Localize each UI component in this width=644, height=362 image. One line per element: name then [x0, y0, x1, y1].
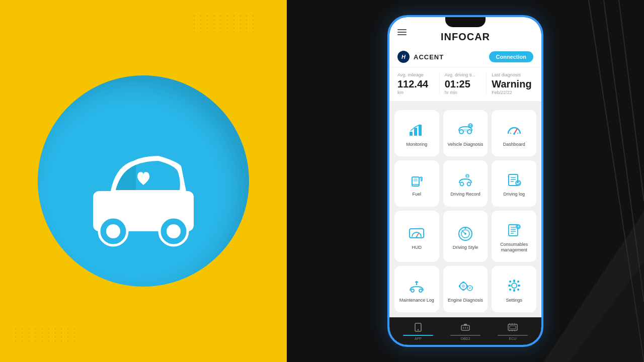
menu-item-driving-record[interactable]: Driving Record	[443, 160, 488, 207]
svg-point-45	[464, 227, 466, 229]
svg-rect-7	[139, 209, 148, 213]
driving-log-icon	[505, 170, 523, 189]
menu-item-hud[interactable]: HUD	[394, 211, 439, 262]
svg-point-4	[167, 224, 181, 238]
triangle-decoration	[543, 211, 644, 362]
dashboard-label: Dashboard	[503, 142, 525, 147]
vehicle-diagnosis-icon	[456, 121, 474, 139]
dot-pattern-bottom	[15, 328, 78, 342]
mileage-label: Avg. mileage	[397, 72, 439, 77]
last-diagnosis-value: Warning	[492, 78, 533, 89]
driving-log-label: Driving log	[503, 192, 525, 197]
svg-point-66	[512, 283, 517, 288]
svg-rect-62	[459, 285, 460, 287]
svg-line-25	[517, 133, 518, 134]
menu-item-engine-diagnosis[interactable]: Engine Diagnosis	[443, 266, 488, 312]
hamburger-menu-icon[interactable]	[397, 29, 407, 35]
dashboard-icon	[505, 121, 523, 139]
menu-item-vehicle-diagnosis[interactable]: Vehicle Diagnosis	[443, 110, 488, 156]
nav-item-app[interactable]: APP	[403, 323, 433, 340]
svg-rect-74	[517, 288, 520, 291]
app-title: INFOCAR	[441, 31, 490, 43]
svg-point-23	[513, 133, 515, 135]
svg-point-17	[467, 130, 471, 134]
svg-rect-18	[463, 129, 468, 132]
svg-point-59	[462, 285, 465, 288]
car-brand-info: H ACCENT	[397, 51, 444, 63]
svg-rect-13	[410, 132, 413, 136]
driving-record-label: Driving Record	[450, 192, 480, 197]
nav-obd2-indicator	[450, 335, 480, 336]
settings-label: Settings	[506, 298, 522, 303]
stat-mileage: Avg. mileage 112.44 km	[397, 72, 439, 95]
nav-item-obd2[interactable]: OBD2	[450, 323, 480, 340]
svg-point-65	[469, 287, 471, 289]
svg-point-33	[467, 177, 468, 178]
right-panel: INFOCAR H ACCENT Connection Avg. mileage…	[287, 0, 644, 362]
svg-rect-71	[509, 280, 512, 283]
svg-rect-61	[462, 289, 464, 291]
menu-item-fuel[interactable]: Fuel	[394, 160, 439, 207]
driving-time-value: 01:25	[445, 78, 487, 89]
last-diagnosis-unit: Feb/22/22	[492, 90, 533, 95]
dot-pattern-top: // Will be rendered below	[194, 15, 257, 33]
svg-rect-69	[508, 285, 511, 287]
engine-icon	[456, 277, 474, 295]
svg-rect-14	[414, 128, 417, 136]
menu-item-monitoring[interactable]: Monitoring	[394, 110, 439, 156]
menu-item-consumables[interactable]: Consumables management	[492, 211, 536, 262]
last-diagnosis-label: Last diagnosis	[492, 72, 533, 77]
nav-ecu-label: ECU	[509, 337, 517, 340]
svg-line-24	[510, 133, 511, 134]
hyundai-logo: H	[397, 51, 410, 63]
phone-screen: INFOCAR H ACCENT Connection Avg. mileage…	[389, 17, 541, 345]
mileage-value: 112.44	[397, 78, 439, 89]
svg-rect-68	[513, 289, 515, 292]
car-icon-wrapper	[78, 126, 209, 236]
phone-icon	[414, 323, 423, 334]
settings-icon	[505, 277, 523, 295]
consumables-icon	[505, 221, 523, 239]
svg-point-29	[460, 183, 463, 186]
stats-bar: Avg. mileage 112.44 km Avg. driving ti..…	[389, 67, 541, 105]
svg-line-10	[619, 0, 644, 201]
maintenance-icon	[408, 277, 426, 295]
svg-rect-70	[518, 285, 520, 287]
svg-rect-15	[419, 125, 422, 136]
svg-rect-6	[139, 194, 148, 197]
phone-notch	[445, 17, 486, 27]
nav-app-indicator	[403, 335, 433, 336]
left-panel: // Will be rendered below	[0, 0, 287, 362]
stat-driving-time: Avg. driving ti... 01:25 hr min	[439, 72, 487, 95]
nav-ecu-indicator	[498, 335, 528, 336]
svg-rect-27	[414, 178, 418, 182]
menu-item-maintenance-log[interactable]: Maintenance Log	[394, 266, 439, 312]
svg-point-55	[419, 289, 422, 292]
car-name: ACCENT	[414, 53, 444, 61]
maintenance-log-label: Maintenance Log	[399, 298, 434, 303]
svg-point-21	[470, 126, 471, 127]
app-title-info: INFO	[441, 31, 467, 42]
svg-rect-73	[509, 288, 512, 291]
driving-time-label: Avg. driving ti...	[445, 72, 487, 77]
svg-rect-60	[462, 282, 464, 283]
menu-item-driving-log[interactable]: Driving log	[492, 160, 536, 207]
car-svg-icon	[78, 126, 209, 236]
fuel-icon	[408, 170, 426, 189]
connection-button[interactable]: Connection	[489, 51, 534, 62]
nav-obd2-label: OBD2	[460, 337, 470, 340]
app-logo-circle	[38, 75, 249, 287]
svg-point-2	[106, 224, 120, 238]
mileage-unit: km	[397, 90, 439, 95]
vehicle-diagnosis-label: Vehicle Diagnosis	[447, 142, 483, 147]
svg-point-41	[416, 236, 418, 237]
fuel-label: Fuel	[413, 192, 422, 197]
menu-item-driving-style[interactable]: Driving Style	[443, 211, 488, 262]
ecu-icon	[507, 323, 518, 334]
svg-point-76	[418, 329, 419, 330]
menu-item-dashboard[interactable]: Dashboard	[492, 110, 536, 156]
menu-item-settings[interactable]: Settings	[492, 266, 536, 312]
svg-point-54	[411, 289, 414, 292]
nav-item-ecu[interactable]: ECU	[498, 323, 528, 340]
hud-label: HUD	[412, 245, 422, 250]
